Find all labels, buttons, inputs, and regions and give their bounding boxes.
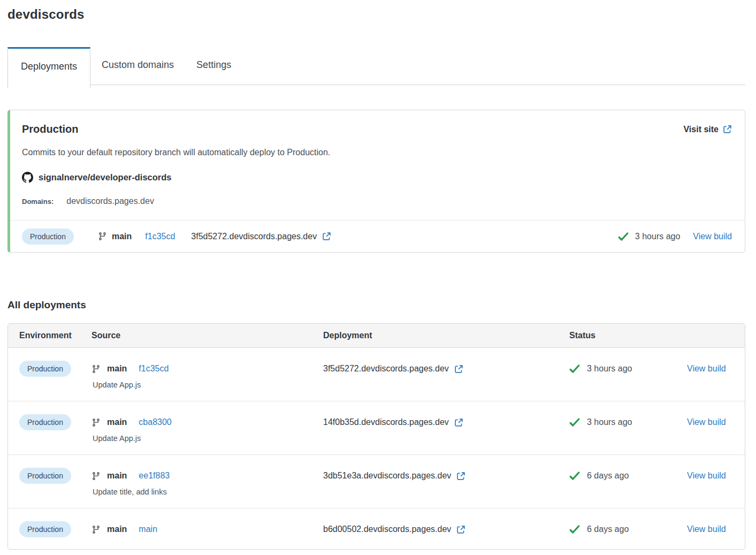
table-row: Production main f1c35cd Update App.js 3f… [8,348,745,401]
deployment-url: 3db51e3a.devdiscords.pages.dev [323,471,451,481]
environment-badge: Production [19,521,71,537]
column-header-status: Status [569,331,687,340]
status-time: 6 days ago [587,471,629,481]
domains-value: devdiscords.pages.dev [66,196,154,206]
status-time: 6 days ago [587,524,629,534]
column-header-deployment: Deployment [323,331,569,340]
branch-name: main [107,364,127,374]
view-build-link[interactable]: View build [687,364,726,374]
deployments-table: Environment Source Deployment Status Pro… [7,323,745,550]
external-link-icon[interactable] [322,232,331,241]
branch-name: main [107,471,127,481]
environment-badge: Production [19,468,71,484]
external-link-icon[interactable] [454,418,463,427]
status-time: 3 hours ago [635,232,681,241]
git-branch-icon [91,472,101,481]
environment-badge: Production [19,414,71,430]
git-branch-icon [91,525,101,534]
commit-link[interactable]: ee1f883 [139,471,170,481]
production-card: Production Visit site Commits to your de… [7,110,745,253]
external-link-icon [723,125,732,134]
git-branch-icon [91,364,101,374]
success-check-icon [569,364,580,374]
table-row: Production main main b6d00502.devdiscord… [8,508,745,549]
tabs-bar: Deployments Custom domains Settings [7,45,745,85]
table-row: Production main cba8300 Update App.js 14… [8,401,745,454]
tab-settings[interactable]: Settings [185,45,242,85]
success-check-icon [618,232,629,241]
view-build-link[interactable]: View build [693,232,732,241]
visit-site-label: Visit site [683,125,719,134]
status-time: 3 hours ago [587,364,632,374]
external-link-icon[interactable] [456,472,465,481]
commit-message: Update App.js [93,381,323,389]
production-card-description: Commits to your default repository branc… [22,148,732,157]
deployment-url: b6d00502.devdiscords.pages.dev [323,524,451,534]
status-time: 3 hours ago [587,417,632,427]
branch-name: main [112,232,132,241]
commit-link[interactable]: cba8300 [139,417,171,427]
git-branch-icon [91,418,101,427]
column-header-environment: Environment [19,331,91,340]
success-check-icon [569,524,580,534]
external-link-icon[interactable] [456,525,465,534]
deployment-url: 14f0b35d.devdiscords.pages.dev [323,417,449,427]
github-icon [22,172,33,183]
deployment-url: 3f5d5272.devdiscords.pages.dev [191,232,317,241]
view-build-link[interactable]: View build [687,524,726,534]
tab-custom-domains[interactable]: Custom domains [90,45,185,85]
page-title: devdiscords [7,7,745,22]
production-deployment-row: Production main f1c35cd 3f5d5272.devdisc… [10,220,745,252]
view-build-link[interactable]: View build [687,417,726,427]
environment-badge: Production [22,229,74,245]
git-branch-icon [98,232,107,241]
branch-name: main [107,524,127,534]
production-card-title: Production [22,123,79,135]
all-deployments-title: All deployments [7,299,745,311]
success-check-icon [569,471,580,481]
external-link-icon[interactable] [454,364,463,374]
commit-message: Update App.js [93,434,323,443]
commit-message: Update title, add links [93,488,323,496]
success-check-icon [569,417,580,427]
branch-name: main [107,417,127,427]
domains-label: Domains: [22,197,54,206]
table-header: Environment Source Deployment Status [8,324,745,348]
environment-badge: Production [19,361,71,377]
commit-link[interactable]: f1c35cd [139,364,169,374]
commit-link[interactable]: f1c35cd [145,232,175,241]
commit-link[interactable]: main [139,524,157,534]
table-row: Production main ee1f883 Update title, ad… [8,454,745,508]
view-build-link[interactable]: View build [687,471,726,481]
tab-deployments[interactable]: Deployments [7,47,90,88]
column-header-source: Source [91,331,323,340]
visit-site-link[interactable]: Visit site [683,125,732,134]
deployment-url: 3f5d5272.devdiscords.pages.dev [323,364,449,374]
repository-name: signalnerve/developer-discords [39,172,172,183]
